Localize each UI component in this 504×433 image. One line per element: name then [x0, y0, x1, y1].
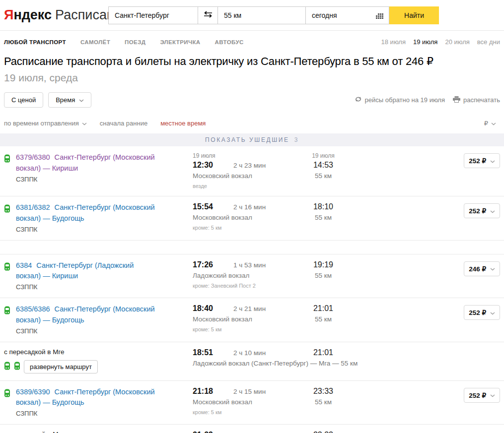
departure-date: 19 июля	[193, 152, 295, 161]
segment-link[interactable]: 6379/6380Санкт-Петербург (Московский вок…	[16, 152, 160, 174]
price-button[interactable]: 252 ₽	[464, 305, 500, 320]
transfer-row: с пересадкой в Мге развернуть маршрут 18…	[0, 342, 504, 381]
logo-ya: Я	[4, 7, 13, 23]
train-number: 6384	[16, 261, 32, 269]
train-number: 6385/6386	[16, 305, 50, 313]
train-icon	[4, 387, 16, 399]
tab-train[interactable]: ПОЕЗД	[125, 39, 145, 45]
train-number: 6381/6382	[16, 203, 50, 211]
time-filter-button[interactable]: Время	[48, 92, 91, 108]
local-time-link[interactable]: местное время	[160, 120, 206, 127]
search-submit-button[interactable]: Найти	[389, 6, 439, 24]
chevron-down-icon	[490, 309, 495, 316]
train-icon	[4, 304, 16, 316]
to-input[interactable]	[218, 11, 305, 19]
logo[interactable]: Яндекс Расписания	[4, 7, 108, 23]
stops-note: кроме: 5 км	[193, 326, 351, 332]
toolbar: С ценой Время рейсы обратно на 19 июля	[0, 92, 504, 108]
arrival-distance: 55 км	[295, 272, 351, 279]
departure-time: 21:18	[193, 387, 233, 396]
departure-time: 17:26	[193, 260, 233, 269]
tab-bus[interactable]: АВТОБУС	[215, 39, 244, 45]
expand-route-button[interactable]: развернуть маршрут	[24, 360, 98, 373]
from-input[interactable]	[109, 11, 198, 19]
carrier: СЗППК	[16, 327, 160, 335]
train-icon	[4, 362, 10, 372]
to-field	[218, 7, 306, 24]
with-price-filter-button[interactable]: С ценой	[4, 92, 43, 108]
transfer-row: с пересадкой в Мге развернуть маршрут 21…	[0, 425, 504, 433]
departure-time: 12:30	[193, 161, 233, 170]
duration: 2 ч 10 мин	[233, 348, 295, 357]
train-number: 6379/6380	[16, 153, 50, 161]
stops-note: кроме: Заневский Пост 2	[193, 283, 351, 289]
price-value: 246 ₽	[469, 265, 486, 273]
return-trips-label: рейсы обратно на 19 июля	[365, 96, 445, 104]
tab-suburban[interactable]: ЭЛЕКТРИЧКА	[160, 39, 200, 45]
chevron-down-icon	[490, 391, 495, 399]
sort-order-label: по времени отправления	[4, 120, 79, 127]
search-bar	[108, 6, 389, 24]
header: Яндекс Расписания	[0, 0, 504, 31]
carrier: СЗППК	[16, 410, 160, 417]
stops-note: везде	[193, 183, 351, 189]
from-field	[109, 7, 198, 24]
carrier: СЗППК	[16, 226, 160, 233]
chevron-down-icon	[82, 120, 87, 127]
price-value: 252 ₽	[469, 391, 486, 399]
chevron-down-icon	[79, 96, 84, 104]
segment-link[interactable]: 6384Санкт-Петербург (Ладожский вокзал) —…	[16, 260, 160, 282]
date-link-18-july[interactable]: 18 июля	[381, 38, 406, 46]
transfer-label: с пересадкой в Мге	[4, 348, 193, 356]
sort-order-dropdown[interactable]: по времени отправления	[4, 120, 87, 127]
show-departed-bar[interactable]: ПОКАЗАТЬ УШЕДШИЕ 3	[0, 133, 504, 146]
transport-tabs: ЛЮБОЙ ТРАНСПОРТ САМОЛЁТ ПОЕЗД ЭЛЕКТРИЧКА…	[4, 39, 244, 45]
duration: 1 ч 53 мин	[233, 260, 295, 269]
segment-link[interactable]: 6385/6386Санкт-Петербург (Московский вок…	[16, 304, 160, 326]
date-link-20-july[interactable]: 20 июля	[445, 38, 469, 46]
duration: 2 ч 4 мин	[233, 431, 295, 433]
return-arrows-icon	[355, 96, 362, 104]
sort-row: по времени отправления сначала ранние ме…	[0, 120, 504, 127]
sort-early-first-link[interactable]: сначала ранние	[100, 120, 147, 127]
price-value: 252 ₽	[469, 309, 486, 316]
train-icon	[4, 260, 16, 273]
stops-note: кроме: 5 км	[193, 409, 351, 415]
chevron-down-icon	[490, 265, 495, 272]
carrier: СЗППК	[16, 283, 160, 291]
page-title: Расписание транспорта и билеты на электр…	[4, 55, 500, 68]
train-route: Санкт-Петербург (Ладожский вокзал) — Кир…	[16, 261, 134, 280]
swap-button[interactable]	[198, 7, 218, 24]
schedule-row: 6385/6386Санкт-Петербург (Московский вок…	[0, 298, 504, 342]
price-value: 252 ₽	[469, 157, 486, 165]
duration: 2 ч 16 мин	[233, 202, 295, 211]
price-button[interactable]: 252 ₽	[464, 153, 500, 168]
price-button[interactable]: 246 ₽	[464, 261, 500, 276]
currency-dropdown[interactable]: ₽	[484, 120, 496, 127]
schedule-row: 6389/6390Санкт-Петербург (Московский вок…	[0, 381, 504, 425]
carrier: СЗППК	[16, 176, 160, 183]
departure-station: Московский вокзал	[193, 214, 295, 221]
print-link[interactable]: распечатать	[453, 96, 500, 104]
date-link-19-july[interactable]: 19 июля	[413, 38, 437, 46]
price-value: 252 ₽	[469, 207, 486, 215]
price-button[interactable]: 252 ₽	[464, 388, 500, 403]
tab-plane[interactable]: САМОЛЁТ	[80, 39, 110, 45]
arrival-distance: 55 км	[295, 315, 351, 323]
train-icon	[4, 152, 16, 165]
stops-note: кроме: 5 км	[193, 225, 351, 231]
tab-any-transport[interactable]: ЛЮБОЙ ТРАНСПОРТ	[4, 39, 66, 45]
segment-link[interactable]: 6381/6382Санкт-Петербург (Московский вок…	[16, 202, 160, 224]
train-icon	[4, 202, 16, 215]
date-links: 18 июля 19 июля 20 июля все дни	[381, 38, 500, 46]
train-number: 6389/6390	[16, 388, 50, 396]
departure-time: 15:54	[193, 202, 233, 211]
arrival-time: 21:01	[295, 348, 351, 357]
schedule-row: 6381/6382Санкт-Петербург (Московский вок…	[0, 196, 504, 241]
duration: 2 ч 23 мин	[233, 161, 295, 170]
price-button[interactable]: 252 ₽	[464, 203, 500, 218]
segment-link[interactable]: 6389/6390Санкт-Петербург (Московский вок…	[16, 387, 160, 409]
calendar-grid-icon[interactable]	[376, 12, 384, 21]
return-trips-link[interactable]: рейсы обратно на 19 июля	[355, 96, 445, 104]
date-link-all-days[interactable]: все дни	[477, 38, 500, 46]
